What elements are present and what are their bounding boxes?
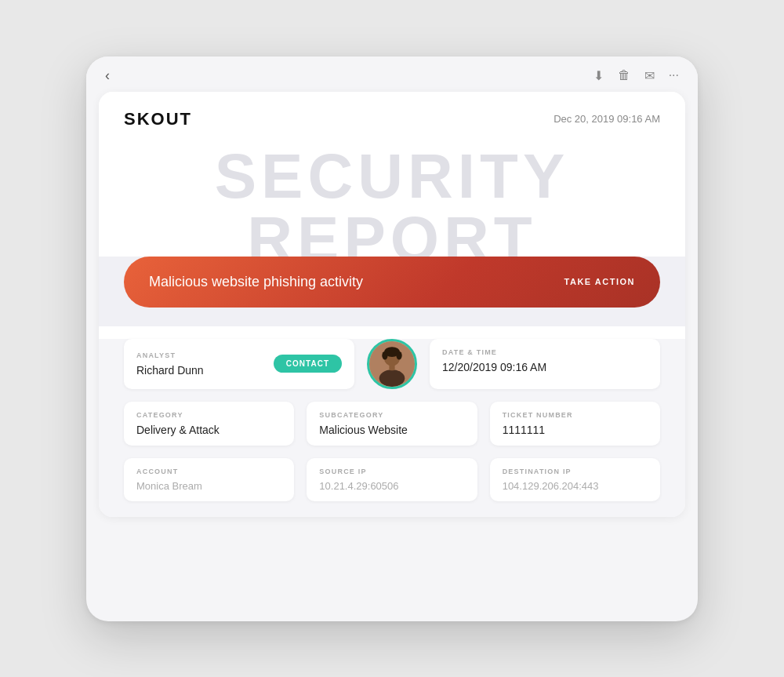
account-card: ACCOUNT Monica Bream xyxy=(124,458,294,501)
category-card: CATEGORY Delivery & Attack xyxy=(124,402,294,446)
avatar xyxy=(367,339,417,389)
alert-section: Malicious website phishing activity TAKE… xyxy=(99,257,685,326)
report-date: Dec 20, 2019 09:16 AM xyxy=(554,113,660,125)
alert-message: Malicious website phishing activity xyxy=(149,274,363,290)
date-time-value: 12/20/2019 09:16 AM xyxy=(442,361,648,373)
analyst-label: ANALYST xyxy=(136,351,274,359)
destination-ip-label: DESTINATION IP xyxy=(503,468,648,475)
svg-point-5 xyxy=(379,369,405,387)
svg-point-4 xyxy=(396,351,401,359)
data-row-3: ACCOUNT Monica Bream SOURCE IP 10.21.4.2… xyxy=(124,458,660,501)
data-section: ANALYST Richard Dunn CONTACT xyxy=(99,339,685,517)
subcategory-value: Malicious Website xyxy=(319,424,464,436)
subcategory-label: SUBCATEGORY xyxy=(319,411,464,419)
brand-logo: SKOUT xyxy=(124,109,192,129)
report-title-section: SECURITY REPORT xyxy=(99,137,685,271)
destination-ip-value: 104.129.206.204:443 xyxy=(503,480,648,492)
device-frame: ‹ ⬇ 🗑 ✉ ··· SKOUT Dec 20, 2019 09:16 AM … xyxy=(86,56,698,621)
analyst-info: ANALYST Richard Dunn xyxy=(136,351,274,377)
report-title: SECURITY REPORT xyxy=(124,145,660,271)
contact-button[interactable]: CONTACT xyxy=(274,355,342,373)
mail-icon[interactable]: ✉ xyxy=(644,68,655,83)
ticket-value: 1111111 xyxy=(503,424,648,436)
category-label: CATEGORY xyxy=(136,411,281,419)
subcategory-card: SUBCATEGORY Malicious Website xyxy=(307,402,477,446)
source-ip-label: SOURCE IP xyxy=(319,468,464,475)
source-ip-value: 10.21.4.29:60506 xyxy=(319,480,464,492)
destination-ip-card: DESTINATION IP 104.129.206.204:443 xyxy=(490,458,660,501)
more-icon[interactable]: ··· xyxy=(669,68,679,82)
ticket-card: TICKET NUMBER 1111111 xyxy=(490,402,660,446)
account-label: ACCOUNT xyxy=(136,468,281,475)
trash-icon[interactable]: 🗑 xyxy=(618,68,630,82)
account-value: Monica Bream xyxy=(136,480,281,492)
analyst-name: Richard Dunn xyxy=(136,364,274,377)
top-bar: ‹ ⬇ 🗑 ✉ ··· xyxy=(86,56,698,92)
back-button[interactable]: ‹ xyxy=(105,67,110,84)
alert-banner: Malicious website phishing activity TAKE… xyxy=(124,257,660,308)
source-ip-card: SOURCE IP 10.21.4.29:60506 xyxy=(307,458,477,501)
category-value: Delivery & Attack xyxy=(136,424,281,436)
data-row-2: CATEGORY Delivery & Attack SUBCATEGORY M… xyxy=(124,402,660,446)
report-header: SKOUT Dec 20, 2019 09:16 AM xyxy=(99,92,685,137)
svg-rect-6 xyxy=(389,364,394,369)
data-row-1: ANALYST Richard Dunn CONTACT xyxy=(124,339,660,389)
ticket-label: TICKET NUMBER xyxy=(503,411,648,419)
toolbar-icons: ⬇ 🗑 ✉ ··· xyxy=(593,68,679,83)
svg-point-3 xyxy=(382,351,387,359)
download-icon[interactable]: ⬇ xyxy=(593,68,604,83)
date-time-card: DATE & TIME 12/20/2019 09:16 AM xyxy=(430,339,660,389)
content-area: SKOUT Dec 20, 2019 09:16 AM SECURITY REP… xyxy=(99,92,685,517)
date-time-label: DATE & TIME xyxy=(442,348,648,356)
analyst-card: ANALYST Richard Dunn CONTACT xyxy=(124,339,354,389)
take-action-button[interactable]: TAKE ACTION xyxy=(564,277,635,286)
